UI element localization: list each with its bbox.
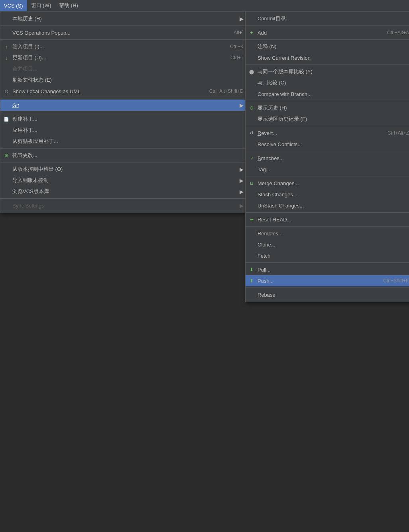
separator-6: [0, 162, 247, 162]
git-menu-pull[interactable]: ⬇ Pull...: [246, 264, 409, 275]
git-menu-label: Tag...: [258, 166, 270, 172]
git-menu-label: Resolve Conflicts...: [258, 141, 302, 147]
menu-item-shelve[interactable]: ⊕ 托管更改...: [0, 150, 247, 161]
menu-item-merge[interactable]: 合并项目...: [0, 63, 247, 74]
shelve-icon: ⊕: [3, 152, 10, 159]
git-menu-label: Reset HEAD...: [258, 217, 291, 223]
git-sep-10: [246, 288, 409, 288]
git-menu-label: 显示选区历史记录 (F): [258, 115, 307, 123]
git-menu-label: Fetch: [258, 253, 271, 259]
git-menu-stash[interactable]: Stash Changes...: [246, 189, 409, 200]
git-menu-label: Compare with Branch...: [258, 91, 312, 97]
help-menu-trigger[interactable]: 帮助 (H): [55, 0, 82, 11]
git-menu-label: Commit目录...: [258, 15, 290, 22]
revert-icon: ↺: [248, 129, 255, 137]
git-menu-compare[interactable]: 与...比较 (C): [246, 77, 409, 88]
git-menu-label: 与...比较 (C): [258, 79, 286, 86]
git-menu-annotate[interactable]: 注释 (N): [246, 41, 409, 52]
git-menu-tag[interactable]: Tag...: [246, 164, 409, 175]
menu-item-import-vcs[interactable]: 导入到版本控制 ▶: [0, 175, 247, 186]
menu-item-sync-settings[interactable]: Sync Settings ▶: [0, 200, 247, 211]
git-menu-push[interactable]: ⬆ Push... Ctrl+Shift+K: [246, 275, 409, 286]
menu-item-update[interactable]: ↓ 更新项目 (U)... Ctrl+T: [0, 52, 247, 63]
git-menu-label: Pull...: [258, 267, 271, 273]
vcs-menu-label: VCS (S): [4, 3, 23, 9]
history-icon: ⊙: [248, 104, 255, 111]
git-sep-5: [246, 151, 409, 151]
menu-item-checkout[interactable]: 从版本控制中检出 (O) ▶: [0, 164, 247, 175]
git-menu-fetch[interactable]: Fetch: [246, 250, 409, 261]
menu-item-git[interactable]: Git ▶: [0, 100, 247, 111]
git-menu-compare-branch[interactable]: Compare with Branch...: [246, 88, 409, 100]
git-menu-label-rest: evert...: [261, 130, 277, 136]
git-menu-rebase[interactable]: Rebase: [246, 289, 409, 300]
menu-item-label: 托管更改...: [12, 152, 37, 159]
git-menu-branches[interactable]: ⑂ Branches...: [246, 153, 409, 164]
menu-item-local-history[interactable]: 本地历史 (H) ▶: [0, 13, 247, 24]
git-sep-0: [246, 25, 409, 26]
git-menu-revert[interactable]: ↺ Revert... Ctrl+Alt+Z: [246, 127, 409, 139]
separator-3: [0, 98, 247, 98]
git-menu-label: Show Current Revision: [258, 55, 311, 61]
menu-item-create-patch[interactable]: 📄 创建补丁...: [0, 113, 247, 125]
menu-item-label: 从版本控制中检出 (O): [12, 166, 63, 173]
menu-item-label: 合并项目...: [12, 65, 37, 72]
merge-icon: ⊔: [248, 180, 255, 187]
git-menu-remotes[interactable]: Remotes...: [246, 228, 409, 239]
update-icon: ↓: [3, 54, 10, 61]
help-menu-label: 帮助 (H): [59, 2, 78, 9]
git-sep-4: [246, 126, 409, 126]
git-menu-unstash[interactable]: UnStash Changes...: [246, 200, 409, 211]
menu-item-apply-patch[interactable]: 应用补丁...: [0, 125, 247, 136]
menu-item-label: 导入到版本控制: [12, 177, 49, 184]
menu-item-label: Sync Settings: [12, 203, 44, 209]
git-menu-label: R: [258, 130, 261, 136]
push-icon: ⬆: [248, 277, 255, 284]
menu-item-label: 从剪贴板应用补丁...: [12, 138, 58, 145]
git-sep-3: [246, 101, 409, 101]
shortcut-label: Ctrl+K: [218, 44, 244, 49]
menu-item-uml[interactable]: ⬡ Show Local Changes as UML Ctrl+Alt+Shi…: [0, 86, 247, 97]
git-menu-reset-head[interactable]: ⬅ Reset HEAD...: [246, 214, 409, 225]
menu-item-label: 创建补丁...: [12, 115, 37, 123]
git-menu-label: 与同一个版本库比较 (Y): [258, 68, 313, 75]
separator-7: [0, 198, 247, 199]
shortcut-label: Alt+`: [222, 30, 244, 35]
menu-item-vcs-operations[interactable]: VCS Operations Popup... Alt+`: [0, 27, 247, 38]
compare-icon: ⬤: [248, 68, 255, 75]
git-menu-add[interactable]: + Add Ctrl+Alt+A: [246, 27, 409, 38]
git-sep-7: [246, 212, 409, 213]
git-menu-clone[interactable]: Clone...: [246, 239, 409, 250]
menu-item-label: Git: [12, 102, 19, 108]
git-menu-show-revision[interactable]: Show Current Revision: [246, 52, 409, 63]
git-menu-label: Push...: [258, 278, 273, 284]
git-sep-9: [246, 262, 409, 263]
git-menu-label: 显示历史 (H): [258, 104, 287, 111]
checkin-icon: ↑: [3, 43, 10, 50]
add-icon: +: [248, 29, 255, 36]
git-menu-label: Remotes...: [258, 231, 283, 237]
submenu-arrow-icon: ▶: [240, 203, 244, 209]
submenu-arrow-icon: ▶: [240, 189, 244, 195]
vcs-menu-trigger[interactable]: VCS (S): [0, 0, 27, 11]
separator-5: [0, 148, 247, 149]
git-menu-merge[interactable]: ⊔ Merge Changes...: [246, 178, 409, 189]
menu-item-checkin[interactable]: ↑ 签入项目 (I)... Ctrl+K: [0, 41, 247, 52]
menu-item-label: 刷新文件状态 (E): [12, 76, 52, 84]
menu-item-apply-patch-clipboard[interactable]: 从剪贴板应用补丁...: [0, 136, 247, 147]
git-menu-label: Merge Changes...: [258, 180, 299, 186]
git-sep-6: [246, 176, 409, 176]
git-menu-label: UnStash Changes...: [258, 203, 304, 209]
git-menu-commit[interactable]: Commit目录...: [246, 13, 409, 24]
git-menu-compare-same[interactable]: ⬤ 与同一个版本库比较 (Y): [246, 66, 409, 77]
separator-1: [0, 25, 247, 26]
git-menu-history[interactable]: ⊙ 显示历史 (H): [246, 102, 409, 113]
menu-item-label: 浏览VCS版本库: [12, 188, 49, 195]
git-menu-resolve[interactable]: Resolve Conflicts...: [246, 139, 409, 150]
branches-icon: ⑂: [248, 155, 255, 162]
git-menu-selection-history[interactable]: 显示选区历史记录 (F): [246, 113, 409, 125]
menu-item-browse-vcs[interactable]: 浏览VCS版本库 ▶: [0, 186, 247, 197]
menu-item-refresh[interactable]: 刷新文件状态 (E): [0, 74, 247, 86]
window-menu-trigger[interactable]: 窗口 (W): [27, 0, 55, 11]
uml-icon: ⬡: [3, 88, 10, 95]
